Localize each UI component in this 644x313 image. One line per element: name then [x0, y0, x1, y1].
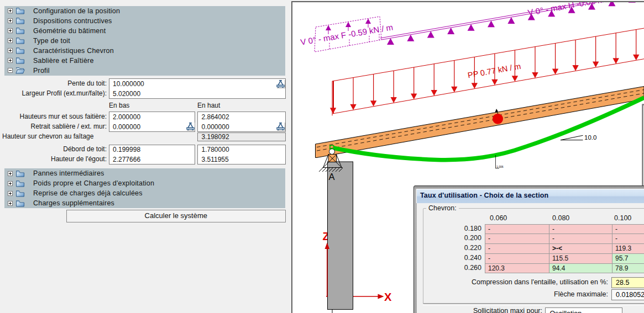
svg-text:10.0: 10.0	[584, 134, 596, 141]
svg-text:1.006: 1.006	[496, 165, 504, 168]
svg-text:V 0° - max H -0.02 kN / m: V 0° - max H -0.02 kN / m	[527, 2, 621, 17]
svg-text:A: A	[329, 172, 335, 182]
svg-text:X: X	[384, 291, 392, 303]
